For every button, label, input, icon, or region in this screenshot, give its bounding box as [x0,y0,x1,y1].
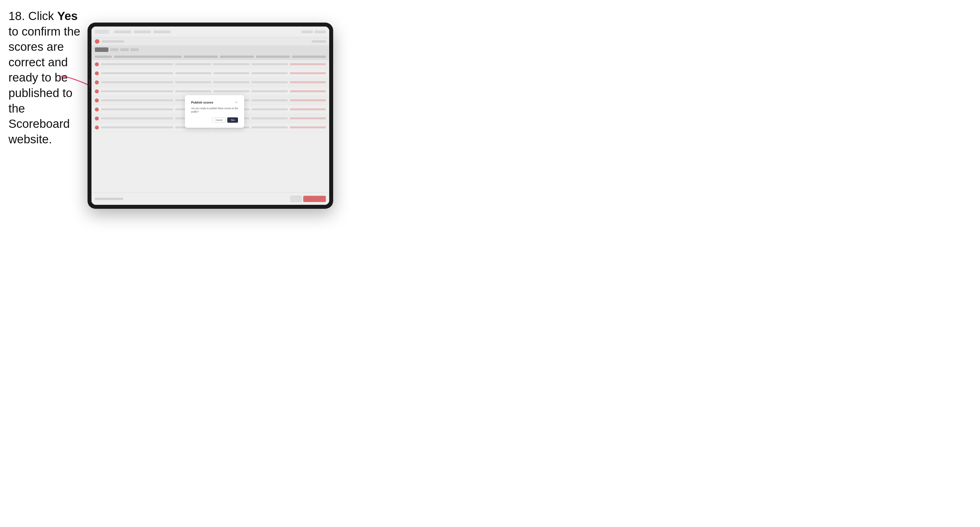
modal-body-text: Are you ready to publish these scores to… [191,107,238,114]
tablet-screen: Publish scores × Are you ready to publis… [91,27,329,205]
cancel-button[interactable]: Cancel [212,117,226,123]
modal-overlay: Publish scores × Are you ready to publis… [91,27,329,205]
modal-footer: Cancel Yes [191,117,238,123]
tablet-side-button [89,79,90,87]
modal-title: Publish scores [191,101,213,104]
publish-scores-modal: Publish scores × Are you ready to publis… [185,95,244,128]
modal-header: Publish scores × [191,101,238,104]
tablet-device: Publish scores × Are you ready to publis… [88,22,333,209]
yes-button[interactable]: Yes [227,117,238,123]
instruction-text: 18. Click Yes to confirm the scores are … [8,8,88,147]
modal-close-button[interactable]: × [235,101,238,104]
